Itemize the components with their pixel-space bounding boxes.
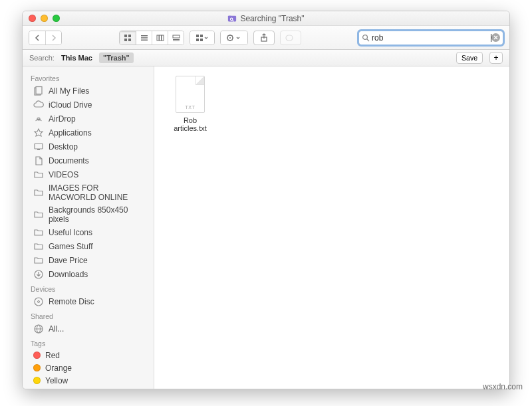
arrange-button[interactable]	[190, 31, 214, 45]
svg-rect-12	[159, 35, 161, 41]
svg-rect-30	[35, 144, 43, 149]
forward-button[interactable]	[45, 31, 61, 45]
sidebar-item-dev-0[interactable]: Remote Disc	[23, 294, 154, 308]
coverflow-view[interactable]	[168, 31, 184, 45]
tag-orange[interactable]: Orange	[23, 361, 154, 374]
sidebar-item-fav-1[interactable]: iCloud Drive	[23, 98, 154, 112]
sidebar-item-fav-11[interactable]: Dave Price	[23, 253, 154, 267]
network-icon	[33, 324, 44, 334]
nav-buttons	[29, 31, 62, 45]
tag-label: Yellow	[45, 376, 68, 385]
finder-window: Searching "Trash" rob Search:	[22, 11, 510, 389]
section-devices: Devices	[23, 281, 154, 294]
scope-this-mac[interactable]: This Mac	[61, 54, 92, 62]
svg-rect-28	[36, 86, 42, 94]
sidebar-item-fav-5[interactable]: Documents	[23, 153, 154, 167]
arrange-dropdown	[190, 31, 215, 45]
search-folder-icon	[227, 14, 237, 23]
sidebar-item-label: Useful Icons	[49, 228, 92, 237]
svg-point-25	[363, 35, 368, 39]
tag-dot-icon	[33, 364, 41, 371]
svg-point-2	[231, 18, 233, 21]
search-query: rob	[370, 33, 491, 43]
sidebar-item-label: Downloads	[49, 270, 88, 279]
sidebar-item-fav-0[interactable]: All My Files	[23, 84, 154, 98]
toolbar: rob	[23, 26, 509, 50]
sidebar-item-label: Dave Price	[49, 256, 88, 265]
folder-icon	[33, 209, 44, 220]
zoom-window[interactable]	[53, 15, 60, 22]
sidebar-item-fav-2[interactable]: AirDrop	[23, 112, 154, 126]
svg-rect-9	[141, 37, 148, 39]
svg-rect-24	[286, 35, 293, 41]
sidebar-item-label: Desktop	[49, 142, 78, 152]
svg-line-26	[367, 39, 369, 41]
search-field[interactable]: rob	[358, 31, 503, 45]
add-criteria-button[interactable]: +	[489, 52, 503, 64]
tags-button[interactable]	[280, 31, 301, 45]
sidebar-item-shared-0[interactable]: All...	[23, 322, 154, 336]
file-item[interactable]: TXT Rob articles.txt	[166, 76, 214, 132]
view-switcher	[119, 31, 184, 45]
svg-rect-10	[141, 39, 148, 41]
desktop-icon	[33, 142, 44, 152]
svg-rect-16	[173, 41, 180, 41]
clear-search[interactable]	[491, 33, 500, 42]
sidebar-item-label: Backgrounds 850x450 pixels	[49, 205, 146, 224]
svg-rect-4	[124, 35, 127, 37]
tag-yellow[interactable]: Yellow	[23, 374, 154, 387]
action-dropdown	[220, 31, 248, 45]
folder-icon	[33, 227, 44, 238]
sidebar-item-fav-4[interactable]: Desktop	[23, 140, 154, 153]
svg-rect-14	[173, 35, 180, 38]
svg-point-22	[229, 37, 231, 39]
folder-icon	[33, 187, 44, 198]
svg-rect-19	[196, 39, 199, 41]
minimize-window[interactable]	[41, 15, 48, 22]
column-view[interactable]	[152, 31, 168, 45]
airdrop-icon	[33, 114, 44, 124]
sidebar-item-fav-9[interactable]: Useful Icons	[23, 225, 154, 239]
section-favorites: Favorites	[23, 70, 154, 84]
tag-green[interactable]: Green	[23, 387, 154, 389]
sidebar-item-fav-3[interactable]: Applications	[23, 126, 154, 140]
downloads-icon	[33, 269, 44, 280]
sidebar-item-label: Applications	[49, 128, 92, 138]
folder-icon	[33, 255, 44, 266]
sidebar-item-label: AirDrop	[49, 114, 76, 124]
svg-rect-15	[173, 39, 180, 40]
sidebar-item-fav-10[interactable]: Games Stuff	[23, 239, 154, 253]
documents-icon	[33, 155, 44, 166]
back-button[interactable]	[29, 31, 45, 45]
svg-rect-18	[200, 35, 203, 37]
svg-rect-17	[196, 35, 199, 37]
close-window[interactable]	[29, 15, 36, 22]
sidebar: FavoritesAll My FilesiCloud DriveAirDrop…	[23, 66, 154, 389]
titlebar: Searching "Trash"	[23, 11, 509, 26]
sidebar-item-label: Games Stuff	[49, 242, 92, 251]
action-button[interactable]	[221, 31, 247, 45]
tag-dot-icon	[33, 377, 41, 384]
results-area: TXT Rob articles.txt	[154, 66, 509, 389]
folder-icon	[33, 169, 44, 180]
list-view[interactable]	[136, 31, 152, 45]
text-file-icon: TXT	[176, 76, 205, 113]
tag-label: Orange	[45, 363, 72, 373]
search-scope-bar: Search: This Mac "Trash" Save +	[23, 50, 509, 66]
scope-trash[interactable]: "Trash"	[99, 52, 134, 63]
sidebar-item-label: All My Files	[49, 86, 89, 96]
sidebar-item-fav-12[interactable]: Downloads	[23, 267, 154, 281]
sidebar-item-label: IMAGES FOR MACWORLD ONLINE	[49, 183, 146, 202]
share-button[interactable]	[253, 31, 275, 45]
sidebar-item-label: All...	[49, 324, 64, 334]
watermark: wsxdn.com	[483, 382, 523, 391]
icon-view[interactable]	[120, 31, 136, 45]
sidebar-item-label: iCloud Drive	[49, 100, 92, 110]
sidebar-item-fav-7[interactable]: IMAGES FOR MACWORLD ONLINE	[23, 181, 154, 203]
svg-rect-31	[37, 149, 40, 150]
tag-red[interactable]: Red	[23, 349, 154, 361]
sidebar-item-fav-8[interactable]: Backgrounds 850x450 pixels	[23, 203, 154, 225]
sidebar-item-fav-6[interactable]: VIDEOS	[23, 167, 154, 181]
svg-rect-6	[124, 39, 127, 41]
save-search-button[interactable]: Save	[456, 52, 483, 64]
